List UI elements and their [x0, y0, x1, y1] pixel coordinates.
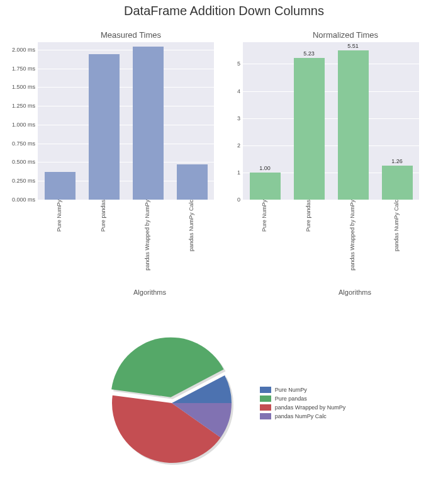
y-tick-label: 0.750 ms: [12, 140, 35, 147]
legend-label: pandas Wrapped by NumPy: [275, 404, 345, 411]
bar-value-label: 5.23: [293, 50, 325, 57]
y-tick-label: 0.000 ms: [12, 196, 35, 203]
legend-item: Pure pandas: [260, 394, 345, 403]
figure: DataFrame Addition Down Columns Measured…: [0, 0, 448, 478]
y-tick-label: 1.750 ms: [12, 65, 35, 72]
legend-label: Pure pandas: [275, 395, 307, 402]
legend-swatch: [260, 404, 271, 411]
bar: [294, 58, 325, 200]
y-tick-label: 2.000 ms: [12, 47, 35, 53]
y-tick-label: 0.250 ms: [12, 178, 35, 184]
bar: [45, 172, 76, 200]
y-tick-label: 1.500 ms: [12, 84, 35, 90]
normalized-times-plot: 0123451.00Pure NumPy5.23Pure pandas5.51p…: [243, 42, 419, 200]
y-tick-label: 4: [237, 88, 240, 94]
legend-label: pandas NumPy Calc: [275, 413, 327, 419]
bar-value-label: 1.26: [381, 158, 413, 164]
legend-label: Pure NumPy: [275, 387, 307, 393]
pie-legend: Pure NumPy Pure pandas pandas Wrapped by…: [260, 385, 345, 421]
x-tick-label: Pure pandas: [305, 200, 311, 234]
legend-item: pandas Wrapped by NumPy: [260, 403, 345, 412]
y-tick-label: 0: [237, 196, 240, 203]
y-tick-label: 1: [237, 169, 240, 176]
measured-times-xlabel: Algorithms: [38, 288, 262, 296]
x-tick-label: Pure NumPy: [261, 200, 267, 234]
x-tick-label: Pure NumPy: [56, 200, 62, 234]
normalized-times-panel: Normalized Times 0123451.00Pure NumPy5.2…: [224, 30, 448, 200]
normalized-times-title: Normalized Times: [243, 30, 448, 40]
measured-times-plot: 0.000 ms0.250 ms0.500 ms0.750 ms1.000 ms…: [38, 42, 214, 200]
legend-item: Pure NumPy: [260, 385, 345, 394]
legend-swatch: [260, 395, 271, 402]
bar: [89, 54, 120, 200]
bar: [250, 173, 281, 200]
x-tick-label: pandas NumPy Calc: [188, 200, 194, 254]
pie-panel: Pure NumPy Pure pandas pandas Wrapped by…: [0, 334, 448, 472]
bar-value-label: 1.00: [249, 165, 281, 171]
y-tick-label: 3: [237, 115, 240, 122]
measured-times-title: Measured Times: [38, 30, 224, 40]
y-tick-label: 0.500 ms: [12, 159, 35, 165]
bar: [177, 164, 208, 200]
legend-swatch: [260, 413, 271, 419]
x-tick-label: pandas NumPy Calc: [393, 200, 400, 254]
bar: [338, 50, 369, 200]
measured-times-panel: Measured Times 0.000 ms0.250 ms0.500 ms0…: [0, 30, 224, 200]
pie-chart: [103, 334, 241, 472]
legend-item: pandas NumPy Calc: [260, 412, 345, 421]
y-tick-label: 1.000 ms: [12, 122, 35, 128]
x-tick-label: pandas Wrapped by NumPy: [349, 200, 356, 273]
y-tick-label: 5: [237, 60, 240, 67]
top-row: Measured Times 0.000 ms0.250 ms0.500 ms0…: [0, 30, 448, 200]
x-tick-label: pandas Wrapped by NumPy: [144, 200, 150, 273]
y-tick-label: 1.250 ms: [12, 103, 35, 109]
figure-title: DataFrame Addition Down Columns: [0, 0, 448, 18]
bar: [133, 47, 164, 200]
y-tick-label: 2: [237, 142, 240, 149]
legend-swatch: [260, 387, 271, 393]
normalized-times-xlabel: Algorithms: [243, 288, 448, 296]
bar: [382, 166, 413, 200]
bar-value-label: 5.51: [337, 43, 369, 49]
x-tick-label: Pure pandas: [100, 200, 106, 234]
